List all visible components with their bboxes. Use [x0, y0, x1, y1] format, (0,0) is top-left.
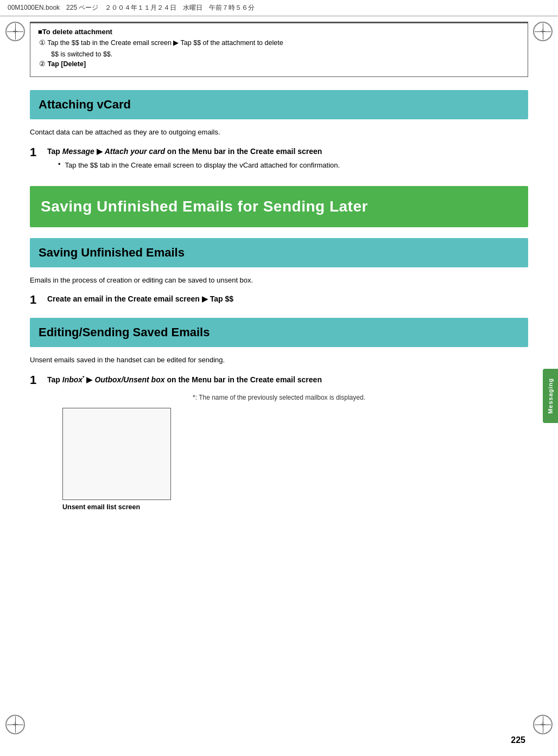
corner-decoration-tr: [533, 22, 553, 41]
crosshair-tr: [535, 23, 551, 40]
header-bar: 00M1000EN.book 225 ページ ２００４年１１月２４日 水曜日 午…: [0, 0, 558, 16]
bullet-icon: •: [58, 160, 61, 171]
page-number: 225: [511, 735, 525, 745]
attaching-vcard-bullet-text: Tap the $$ tab in the Create email scree…: [65, 160, 340, 171]
unsent-email-screen-image: [62, 408, 171, 500]
editing-footnote: *: The name of the previously selected m…: [30, 394, 528, 401]
editing-heading: Editing/Sending Saved Emails: [39, 325, 210, 339]
editing-header: Editing/Sending Saved Emails: [30, 318, 528, 347]
corner-decoration-bl: [5, 715, 25, 734]
saving-step1: 1 Create an email in the Create email sc…: [30, 294, 528, 307]
delete-attachment-box: ■To delete attachment ① Tap the $$ tab i…: [30, 23, 528, 77]
saving-main-header: Saving Unfinished Emails for Sending Lat…: [30, 186, 528, 227]
delete-step-1-indent: $$ is switched to $$.: [38, 50, 520, 60]
delete-step-2: ② Tap [Delete]: [38, 59, 520, 69]
side-tab-label: Messaging: [547, 378, 554, 414]
saving-sub-heading: Saving Unfinished Emails: [39, 246, 185, 259]
saving-main-heading: Saving Unfinished Emails for Sending Lat…: [41, 198, 368, 215]
delete-attachment-title: ■To delete attachment: [38, 28, 520, 36]
corner-decoration-tl: [5, 22, 25, 41]
attaching-vcard-header: Attaching vCard: [30, 90, 528, 119]
messaging-side-tab: Messaging: [543, 369, 558, 423]
attaching-vcard-intro: Contact data can be attached as they are…: [30, 127, 528, 138]
editing-footnote-marker: *: [83, 375, 85, 380]
attaching-vcard-step1-text: Tap Message ▶ Attach your card on the Me…: [47, 146, 340, 157]
attaching-vcard-heading: Attaching vCard: [39, 98, 131, 111]
header-text: 00M1000EN.book 225 ページ ２００４年１１月２４日 水曜日 午…: [8, 3, 255, 12]
main-content: ■To delete attachment ① Tap the $$ tab i…: [30, 16, 528, 511]
delete-step-1: ① Tap the $$ tab in the Create email scr…: [38, 38, 520, 48]
attaching-vcard-bullet: • Tap the $$ tab in the Create email scr…: [47, 160, 340, 171]
unsent-email-screen-label: Unsent email list screen: [62, 503, 528, 511]
saving-sub-header: Saving Unfinished Emails: [30, 238, 528, 267]
editing-step1-text: Tap Inbox* ▶ Outbox/Unsent box on the Me…: [47, 374, 322, 385]
saving-intro: Emails in the process of creation or edi…: [30, 275, 528, 286]
corner-decoration-br: [533, 715, 553, 734]
attaching-vcard-section: Attaching vCard Contact data can be atta…: [30, 90, 528, 175]
editing-intro: Unsent emails saved in the handset can b…: [30, 355, 528, 366]
editing-step1-number: 1: [30, 373, 45, 387]
crosshair-br: [535, 716, 551, 733]
editing-step1: 1 Tap Inbox* ▶ Outbox/Unsent box on the …: [30, 374, 528, 387]
saving-main-section: Saving Unfinished Emails for Sending Lat…: [30, 186, 528, 307]
saving-step1-number: 1: [30, 293, 45, 307]
crosshair-tl: [7, 23, 23, 40]
attaching-vcard-step1-number: 1: [30, 145, 45, 159]
saving-step1-text: Create an email in the Create email scre…: [47, 294, 233, 305]
attaching-vcard-step1: 1 Tap Message ▶ Attach your card on the …: [30, 146, 528, 175]
editing-section: Editing/Sending Saved Emails Unsent emai…: [30, 318, 528, 511]
delete-step-1-text: ① Tap the $$ tab in the Create email scr…: [39, 39, 283, 47]
attaching-vcard-step1-content: Tap Message ▶ Attach your card on the Me…: [47, 146, 340, 175]
crosshair-bl: [7, 716, 23, 733]
